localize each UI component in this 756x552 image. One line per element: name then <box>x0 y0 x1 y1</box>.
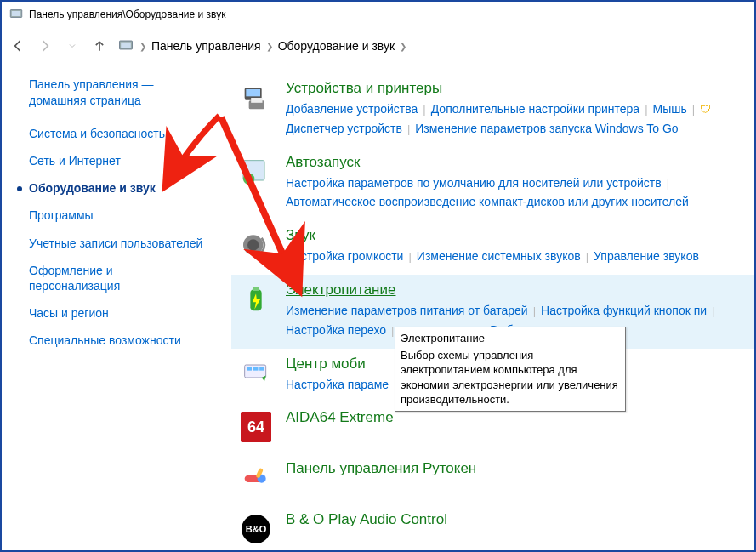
link-separator: | <box>586 250 588 263</box>
nav-back-button[interactable] <box>9 37 27 55</box>
content-area: Панель управления — домашняя страница Си… <box>2 65 754 550</box>
tooltip: Электропитание Выбор схемы управления эл… <box>395 327 626 412</box>
sidebar-home-link[interactable]: Панель управления — домашняя страница <box>29 77 204 109</box>
link-separator: | <box>533 304 536 317</box>
breadcrumb-item[interactable]: Оборудование и звук <box>278 39 395 53</box>
category: Устройства и принтерыДобавление устройст… <box>231 73 754 147</box>
category-link[interactable]: Мышь <box>653 102 687 116</box>
svg-rect-7 <box>251 98 262 103</box>
category: Панель управления Рутокен <box>231 453 754 504</box>
nav-up-button[interactable] <box>90 37 109 55</box>
breadcrumb[interactable]: ❯ Панель управления ❯ Оборудование и зву… <box>117 37 406 56</box>
category-link[interactable]: Настройка параме <box>286 378 389 391</box>
sidebar: Панель управления — домашняя страница Си… <box>2 65 223 550</box>
chevron-right-icon: ❯ <box>266 42 273 51</box>
rutoken-icon <box>238 460 274 496</box>
category-title[interactable]: Электропитание <box>286 282 739 299</box>
link-separator: | <box>645 103 647 116</box>
link-separator: | <box>423 103 425 116</box>
category-title[interactable]: B & O Play Audio Control <box>286 511 739 528</box>
nav-recent-button[interactable] <box>63 37 82 55</box>
category-links: Настройка громкости|Изменение системных … <box>286 247 739 266</box>
category-link[interactable]: Добавление устройства <box>286 102 418 116</box>
bo-icon: B&O <box>238 511 274 547</box>
category: АвтозапускНастройка параметров по умолча… <box>231 147 754 221</box>
power-icon <box>238 282 274 317</box>
sidebar-item[interactable]: Сеть и Интернет <box>29 153 204 168</box>
category-title[interactable]: Автозапуск <box>286 154 739 171</box>
category-body: Панель управления Рутокен <box>286 460 739 480</box>
category-link[interactable]: Автоматическое воспроизведение компакт-д… <box>286 195 689 208</box>
svg-rect-1 <box>12 11 21 16</box>
category-link[interactable]: Настройка параметров по умолчанию для но… <box>286 176 662 190</box>
category-link[interactable]: Изменение параметров питания от батарей <box>286 304 528 317</box>
tooltip-title: Электропитание <box>401 331 620 346</box>
chevron-right-icon: ❯ <box>400 42 406 51</box>
category-title[interactable]: Звук <box>286 227 739 244</box>
sidebar-item[interactable]: Специальные возможности <box>29 333 204 348</box>
category-link[interactable]: Настройка громкости <box>286 249 403 263</box>
control-panel-icon <box>9 6 24 24</box>
link-separator: | <box>712 304 714 317</box>
nav-forward-button[interactable] <box>36 37 54 55</box>
breadcrumb-item[interactable]: Панель управления <box>151 39 261 53</box>
main-panel: Устройства и принтерыДобавление устройст… <box>223 65 754 550</box>
mobility-icon <box>238 356 274 391</box>
svg-point-11 <box>247 240 259 251</box>
svg-rect-16 <box>253 367 259 370</box>
link-separator: | <box>391 324 394 337</box>
category-title[interactable]: Устройства и принтеры <box>286 80 739 97</box>
window-title: Панель управления\Оборудование и звук <box>29 9 225 20</box>
category-body: ЗвукНастройка громкости|Изменение систем… <box>286 227 739 266</box>
autoplay-icon <box>238 154 274 190</box>
svg-rect-14 <box>245 365 266 378</box>
category: ЗвукНастройка громкости|Изменение систем… <box>231 220 754 275</box>
sidebar-item[interactable]: Оборудование и звук <box>29 180 204 196</box>
category-body: AIDA64 Extreme <box>286 409 739 429</box>
category-title[interactable]: AIDA64 Extreme <box>286 409 739 426</box>
category-links: Добавление устройства|Дополнительные нас… <box>286 100 739 139</box>
window-titlebar: Панель управления\Оборудование и звук <box>2 2 754 27</box>
svg-rect-15 <box>247 367 252 370</box>
category: B&OB & O Play Audio Control <box>231 504 754 550</box>
sidebar-item[interactable]: Программы <box>29 208 204 223</box>
category-link[interactable]: Диспетчер устройств <box>286 122 402 135</box>
category-body: АвтозапускНастройка параметров по умолча… <box>286 154 739 213</box>
category-link[interactable]: Настройка перехо <box>286 323 386 337</box>
category-link[interactable]: Управление звуков <box>594 249 699 263</box>
link-separator: | <box>408 250 411 263</box>
link-separator: | <box>692 103 695 116</box>
devices-printers-icon <box>238 80 274 116</box>
link-separator: | <box>667 177 669 190</box>
svg-rect-3 <box>121 42 131 48</box>
category-body: B & O Play Audio Control <box>286 511 739 531</box>
category-links: Настройка параметров по умолчанию для но… <box>286 174 739 213</box>
category-link[interactable]: Изменение параметров запуска Windows To … <box>415 122 678 135</box>
chevron-right-icon: ❯ <box>139 42 146 51</box>
sidebar-item[interactable]: Часы и регион <box>29 305 204 321</box>
shield-icon: 🛡 <box>700 103 711 116</box>
sidebar-item[interactable]: Оформление и персонализация <box>29 263 204 293</box>
category-link[interactable]: Настройка функций кнопок пи <box>541 304 707 317</box>
category-link[interactable]: Дополнительные настройки принтера <box>431 102 639 116</box>
sidebar-item[interactable]: Система и безопасность <box>29 126 204 141</box>
aida64-icon: 64 <box>238 409 274 445</box>
category-title[interactable]: Панель управления Рутокен <box>286 460 739 477</box>
sound-icon <box>238 227 274 263</box>
svg-rect-5 <box>246 89 260 96</box>
sidebar-item[interactable]: Учетные записи пользователей <box>29 236 204 251</box>
category-link[interactable]: Изменение системных звуков <box>417 249 581 263</box>
svg-rect-13 <box>253 287 259 291</box>
tooltip-body: Выбор схемы управления электропитанием к… <box>401 348 620 407</box>
svg-rect-17 <box>259 367 264 370</box>
category-body: Устройства и принтерыДобавление устройст… <box>286 80 739 139</box>
navigation-bar: ❯ Панель управления ❯ Оборудование и зву… <box>2 27 754 65</box>
link-separator: | <box>407 122 410 135</box>
control-panel-icon <box>117 37 134 56</box>
